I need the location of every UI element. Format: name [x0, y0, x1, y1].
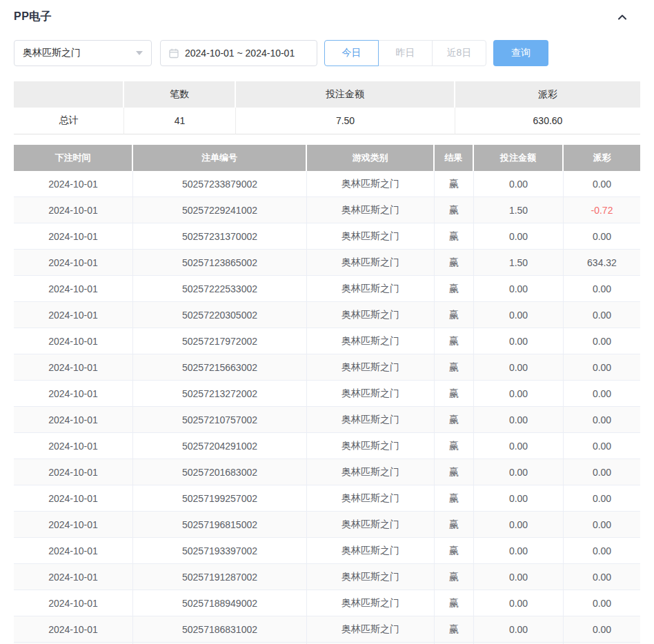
cell-payout: 0.00 [564, 616, 640, 643]
chevron-up-icon [616, 11, 628, 23]
cell-payout: 0.00 [564, 328, 640, 354]
table-row: 2024-10-01 50257204291002 奥林匹斯之门 赢 0.00 … [14, 433, 640, 459]
cell-bet-time: 2024-10-01 [14, 302, 133, 328]
cell-order-number: 50257215663002 [133, 354, 307, 381]
cell-bet-amount: 0.00 [474, 276, 564, 302]
table-row: 2024-10-01 50257196815002 奥林匹斯之门 赢 0.00 … [14, 512, 640, 538]
cell-result: 赢 [435, 354, 474, 381]
cell-bet-amount: 1.50 [474, 250, 564, 276]
cell-result: 赢 [435, 223, 474, 250]
cell-order-number: 50257191287002 [133, 564, 307, 590]
quick-filter-yesterday[interactable]: 昨日 [378, 40, 433, 66]
cell-game-category: 奥林匹斯之门 [307, 616, 435, 643]
cell-order-number: 50257210757002 [133, 407, 307, 433]
summary-header-payout: 派彩 [455, 81, 640, 108]
date-range-value: 2024-10-01 ~ 2024-10-01 [185, 48, 295, 59]
cell-bet-time: 2024-10-01 [14, 197, 133, 223]
cell-bet-amount: 0.00 [474, 485, 564, 512]
cell-bet-time: 2024-10-01 [14, 459, 133, 485]
quick-filter-today[interactable]: 今日 [324, 40, 379, 66]
cell-order-number: 50257213272002 [133, 381, 307, 407]
cell-bet-amount: 0.00 [474, 459, 564, 485]
cell-payout: 0.00 [564, 485, 640, 512]
cell-game-category: 奥林匹斯之门 [307, 171, 435, 197]
cell-order-number: 50257233879002 [133, 171, 307, 197]
cell-order-number: 50257186831002 [133, 616, 307, 643]
cell-bet-time: 2024-10-01 [14, 564, 133, 590]
cell-order-number: 50257204291002 [133, 433, 307, 459]
cell-payout: 0.00 [564, 538, 640, 564]
cell-payout: 0.00 [564, 223, 640, 250]
cell-bet-amount: 0.00 [474, 302, 564, 328]
cell-bet-time: 2024-10-01 [14, 276, 133, 302]
cell-game-category: 奥林匹斯之门 [307, 485, 435, 512]
bets-header-payout: 派彩 [564, 145, 640, 171]
cell-game-category: 奥林匹斯之门 [307, 197, 435, 223]
bets-header-time: 下注时间 [14, 145, 133, 171]
cell-payout: 0.00 [564, 354, 640, 381]
cell-game-category: 奥林匹斯之门 [307, 354, 435, 381]
table-row: 2024-10-01 50257220305002 奥林匹斯之门 赢 0.00 … [14, 302, 640, 328]
cell-bet-time: 2024-10-01 [14, 223, 133, 250]
calendar-icon [168, 48, 179, 59]
table-row: 2024-10-01 50257186831002 奥林匹斯之门 赢 0.00 … [14, 616, 640, 643]
page-title: PP电子 [14, 10, 52, 24]
cell-result: 赢 [435, 564, 474, 590]
table-row: 2024-10-01 50257123865002 奥林匹斯之门 赢 1.50 … [14, 250, 640, 276]
cell-result: 赢 [435, 459, 474, 485]
bets-table: 下注时间 注单编号 游戏类别 结果 投注金额 派彩 2024-10-01 502… [14, 145, 640, 644]
table-row: 2024-10-01 50257193397002 奥林匹斯之门 赢 0.00 … [14, 538, 640, 564]
cell-result: 赢 [435, 433, 474, 459]
cell-bet-time: 2024-10-01 [14, 616, 133, 643]
cell-game-category: 奥林匹斯之门 [307, 538, 435, 564]
cell-bet-amount: 0.00 [474, 354, 564, 381]
quick-filter-last8days[interactable]: 近8日 [432, 40, 486, 66]
cell-result: 赢 [435, 512, 474, 538]
query-button[interactable]: 查询 [493, 40, 548, 66]
game-select[interactable]: 奥林匹斯之门 [14, 40, 152, 66]
summary-header-bet-amount: 投注金额 [236, 81, 455, 108]
cell-order-number: 50257188949002 [133, 590, 307, 616]
cell-bet-time: 2024-10-01 [14, 171, 133, 197]
cell-payout: 0.00 [564, 512, 640, 538]
table-row: 2024-10-01 50257229241002 奥林匹斯之门 赢 1.50 … [14, 197, 640, 223]
cell-order-number: 50257231370002 [133, 223, 307, 250]
cell-result: 赢 [435, 302, 474, 328]
date-range-input[interactable]: 2024-10-01 ~ 2024-10-01 [160, 40, 317, 66]
table-row: 2024-10-01 50257199257002 奥林匹斯之门 赢 0.00 … [14, 485, 640, 512]
cell-result: 赢 [435, 197, 474, 223]
cell-payout: 0.00 [564, 276, 640, 302]
cell-payout: 0.00 [564, 381, 640, 407]
collapse-button[interactable] [615, 10, 629, 24]
summary-header-row: 笔数 投注金额 派彩 [14, 81, 640, 108]
summary-header-count: 笔数 [124, 81, 236, 108]
cell-result: 赢 [435, 538, 474, 564]
cell-bet-time: 2024-10-01 [14, 354, 133, 381]
cell-bet-time: 2024-10-01 [14, 381, 133, 407]
cell-bet-time: 2024-10-01 [14, 328, 133, 354]
cell-bet-time: 2024-10-01 [14, 512, 133, 538]
cell-game-category: 奥林匹斯之门 [307, 276, 435, 302]
cell-bet-amount: 0.00 [474, 433, 564, 459]
table-row: 2024-10-01 50257188949002 奥林匹斯之门 赢 0.00 … [14, 590, 640, 616]
cell-order-number: 50257193397002 [133, 538, 307, 564]
cell-result: 赢 [435, 250, 474, 276]
cell-game-category: 奥林匹斯之门 [307, 328, 435, 354]
cell-payout: 0.00 [564, 564, 640, 590]
cell-order-number: 50257222533002 [133, 276, 307, 302]
cell-bet-amount: 0.00 [474, 171, 564, 197]
cell-game-category: 奥林匹斯之门 [307, 407, 435, 433]
cell-result: 赢 [435, 616, 474, 643]
summary-header-empty [14, 81, 124, 108]
cell-game-category: 奥林匹斯之门 [307, 459, 435, 485]
cell-game-category: 奥林匹斯之门 [307, 564, 435, 590]
panel: PP电子 奥林匹斯之门 2024-10-01 ~ 2024 [0, 0, 654, 644]
summary-total-count: 41 [124, 108, 236, 134]
cell-order-number: 50257220305002 [133, 302, 307, 328]
bets-header-row: 下注时间 注单编号 游戏类别 结果 投注金额 派彩 [14, 145, 640, 171]
cell-bet-amount: 0.00 [474, 590, 564, 616]
table-row: 2024-10-01 50257233879002 奥林匹斯之门 赢 0.00 … [14, 171, 640, 197]
cell-result: 赢 [435, 276, 474, 302]
cell-payout: 0.00 [564, 407, 640, 433]
cell-bet-time: 2024-10-01 [14, 538, 133, 564]
